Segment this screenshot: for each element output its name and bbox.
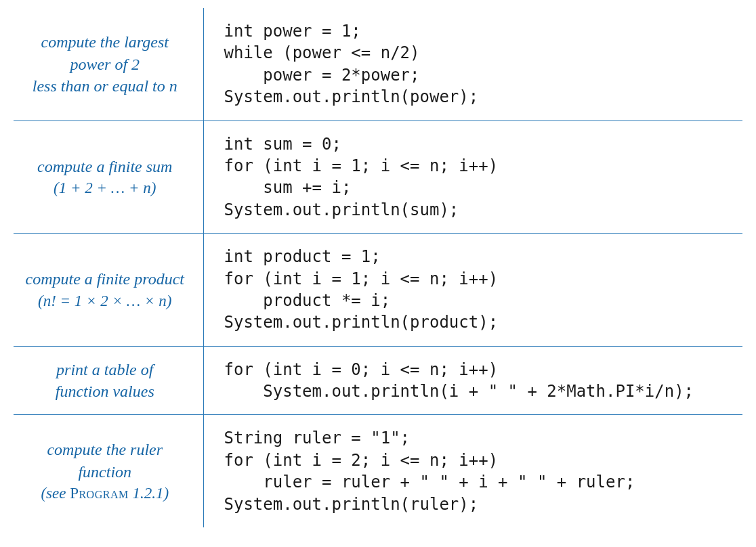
desc-line: compute a finite sum bbox=[19, 156, 191, 177]
description-cell: print a table of function values bbox=[14, 346, 203, 415]
desc-line: print a table of bbox=[19, 359, 191, 380]
code-cell: int power = 1; while (power <= n/2) powe… bbox=[203, 8, 742, 121]
desc-line: compute the ruler function bbox=[19, 439, 191, 483]
code-cell: int product = 1; for (int i = 1; i <= n;… bbox=[203, 234, 742, 347]
description-cell: compute a finite product (n! = 1 × 2 × …… bbox=[14, 234, 203, 347]
desc-line: (1 + 2 + … + n) bbox=[19, 177, 191, 198]
table-row: compute a finite product (n! = 1 × 2 × …… bbox=[14, 234, 742, 347]
description-cell: compute a finite sum (1 + 2 + … + n) bbox=[14, 121, 203, 234]
code-block: for (int i = 0; i <= n; i++) System.out.… bbox=[224, 359, 736, 403]
desc-line: power of 2 bbox=[19, 53, 191, 75]
table-row: compute the largest power of 2 less than… bbox=[14, 8, 742, 121]
desc-line: compute the largest bbox=[19, 31, 191, 53]
code-cell: int sum = 0; for (int i = 1; i <= n; i++… bbox=[203, 121, 742, 234]
code-block: String ruler = "1"; for (int i = 2; i <=… bbox=[224, 427, 736, 515]
code-cell: String ruler = "1"; for (int i = 2; i <=… bbox=[203, 415, 742, 527]
table-row: compute the ruler function (see Program … bbox=[14, 415, 742, 527]
code-examples-table: compute the largest power of 2 less than… bbox=[0, 0, 756, 541]
table-row: print a table of function values for (in… bbox=[14, 346, 742, 415]
desc-line: (n! = 1 × 2 × … × n) bbox=[19, 290, 191, 311]
code-block: int sum = 0; for (int i = 1; i <= n; i++… bbox=[224, 133, 736, 221]
desc-line: function values bbox=[19, 380, 191, 402]
desc-line: compute a finite product bbox=[19, 268, 191, 290]
code-cell: for (int i = 0; i <= n; i++) System.out.… bbox=[203, 346, 742, 415]
code-block: int power = 1; while (power <= n/2) powe… bbox=[224, 20, 736, 108]
description-cell: compute the ruler function (see Program … bbox=[14, 415, 203, 527]
description-cell: compute the largest power of 2 less than… bbox=[14, 8, 203, 121]
code-block: int product = 1; for (int i = 1; i <= n;… bbox=[224, 246, 736, 334]
program-smallcaps: Program bbox=[70, 485, 129, 502]
desc-line: less than or equal to n bbox=[19, 75, 191, 97]
desc-line: (see Program 1.2.1) bbox=[19, 483, 191, 504]
table-row: compute a finite sum (1 + 2 + … + n) int… bbox=[14, 121, 742, 234]
